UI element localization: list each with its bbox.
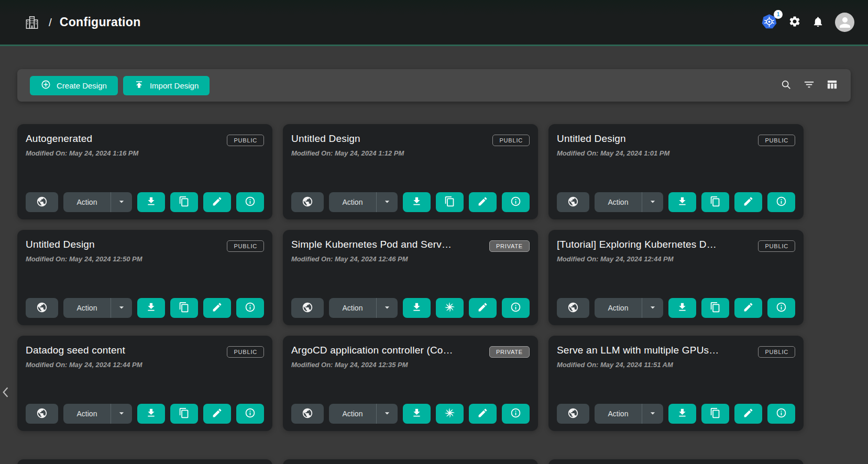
design-card-titles: Untitled Design Modified On: May 24, 202… — [557, 133, 669, 157]
clone-button[interactable] — [170, 298, 198, 318]
edit-button[interactable] — [734, 192, 762, 212]
action-button[interactable]: Action — [595, 192, 642, 212]
action-button[interactable]: Action — [63, 192, 111, 212]
download-button[interactable] — [668, 192, 696, 212]
action-button[interactable]: Action — [63, 298, 111, 318]
action-button[interactable]: Action — [63, 404, 111, 424]
download-icon — [677, 196, 688, 208]
avatar[interactable] — [835, 13, 854, 32]
visibility-globe-button[interactable] — [557, 298, 589, 318]
edit-button[interactable] — [203, 192, 231, 212]
design-title: ArgoCD application controller (Co… — [291, 345, 453, 356]
edit-button[interactable] — [469, 404, 497, 424]
visibility-globe-button[interactable] — [26, 404, 58, 424]
action-button[interactable]: Action — [595, 404, 642, 424]
download-button[interactable] — [403, 298, 431, 318]
clone-button[interactable] — [701, 192, 729, 212]
sidebar-collapse-button[interactable] — [1, 385, 10, 401]
settings-button[interactable] — [788, 15, 801, 29]
download-button[interactable] — [403, 192, 431, 212]
design-title: Datadog seed content — [26, 345, 142, 356]
action-button[interactable]: Action — [329, 192, 377, 212]
visibility-globe-button[interactable] — [26, 192, 58, 212]
info-button[interactable] — [767, 192, 795, 212]
edit-button[interactable] — [203, 298, 231, 318]
pencil-icon — [743, 302, 754, 314]
clone-button[interactable] — [436, 404, 464, 424]
design-title: Untitled Design — [26, 239, 142, 250]
info-button[interactable] — [502, 404, 530, 424]
design-card-titles: [Tutorial] Exploring Kubernetes D… Modif… — [557, 239, 717, 263]
visibility-globe-button[interactable] — [291, 192, 324, 212]
create-design-button[interactable]: Create Design — [30, 76, 118, 95]
action-dropdown-toggle[interactable] — [377, 404, 398, 424]
design-card-header: Datadog seed content Modified On: May 24… — [26, 345, 264, 369]
design-card-actions: Action — [291, 298, 530, 318]
clone-button[interactable] — [701, 404, 729, 424]
clone-button[interactable] — [701, 298, 729, 318]
action-button[interactable]: Action — [329, 404, 377, 424]
design-modified-date: Modified On: May 24, 2024 12:44 PM — [557, 255, 717, 263]
visibility-globe-button[interactable] — [557, 192, 589, 212]
action-split-button: Action — [63, 404, 132, 424]
design-modified-date: Modified On: May 24, 2024 1:12 PM — [291, 149, 404, 157]
info-button[interactable] — [502, 298, 530, 318]
copy-icon — [179, 407, 190, 420]
info-button[interactable] — [236, 404, 264, 424]
download-button[interactable] — [403, 404, 431, 424]
design-card: ArgoCD application controller (Co… Modif… — [283, 336, 538, 431]
info-button[interactable] — [767, 404, 795, 424]
gear-icon — [788, 15, 801, 29]
notifications-button[interactable] — [812, 16, 824, 29]
action-button[interactable]: Action — [329, 298, 377, 318]
download-button[interactable] — [137, 298, 165, 318]
action-dropdown-toggle[interactable] — [111, 298, 132, 318]
caret-down-icon — [382, 196, 392, 208]
edit-button[interactable] — [469, 192, 497, 212]
edit-button[interactable] — [734, 298, 762, 318]
clone-button[interactable] — [436, 192, 464, 212]
info-button[interactable] — [236, 298, 264, 318]
design-modified-date: Modified On: May 24, 2024 12:46 PM — [291, 255, 452, 263]
action-split-button: Action — [329, 192, 398, 212]
action-dropdown-toggle[interactable] — [642, 404, 663, 424]
visibility-globe-button[interactable] — [291, 298, 324, 318]
filter-button[interactable] — [803, 79, 815, 92]
edit-button[interactable] — [734, 404, 762, 424]
download-button[interactable] — [137, 404, 165, 424]
action-dropdown-toggle[interactable] — [642, 298, 663, 318]
info-button[interactable] — [502, 192, 530, 212]
action-dropdown-toggle[interactable] — [111, 404, 132, 424]
action-button[interactable]: Action — [595, 298, 642, 318]
upload-icon — [134, 80, 144, 91]
download-button[interactable] — [668, 298, 696, 318]
clone-button[interactable] — [170, 192, 198, 212]
design-title: Serve an LLM with multiple GPUs… — [557, 345, 719, 356]
info-button[interactable] — [767, 298, 795, 318]
visibility-badge: PUBLIC — [758, 135, 795, 146]
clone-button[interactable] — [170, 404, 198, 424]
action-dropdown-toggle[interactable] — [377, 298, 398, 318]
download-button[interactable] — [668, 404, 696, 424]
globe-icon — [36, 196, 48, 209]
globe-icon — [36, 407, 48, 421]
import-design-button[interactable]: Import Design — [123, 76, 210, 95]
download-button[interactable] — [137, 192, 165, 212]
design-card-titles: Untitled Design Modified On: May 24, 202… — [26, 239, 142, 263]
edit-button[interactable] — [203, 404, 231, 424]
action-dropdown-toggle[interactable] — [642, 192, 663, 212]
visibility-globe-button[interactable] — [26, 298, 58, 318]
edit-button[interactable] — [469, 298, 497, 318]
pencil-icon — [743, 407, 754, 420]
action-dropdown-toggle[interactable] — [111, 192, 132, 212]
info-icon — [776, 407, 787, 420]
visibility-globe-button[interactable] — [557, 404, 589, 424]
visibility-globe-button[interactable] — [291, 404, 324, 424]
clone-button[interactable] — [436, 298, 464, 318]
table-view-button[interactable] — [826, 79, 838, 92]
search-button[interactable] — [781, 79, 792, 92]
info-button[interactable] — [236, 192, 264, 212]
kubernetes-context-button[interactable]: 1 — [761, 14, 777, 31]
design-card-header: [Tutorial] Exploring Kubernetes D… Modif… — [557, 239, 795, 263]
action-dropdown-toggle[interactable] — [377, 192, 398, 212]
